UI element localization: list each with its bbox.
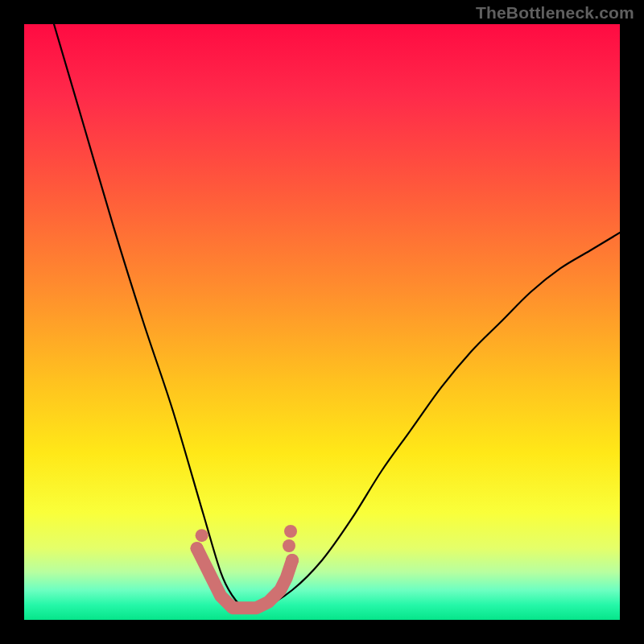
valley-marker-dot [191, 542, 204, 555]
chart-frame: TheBottleneck.com [0, 0, 644, 644]
valley-markers-group [191, 525, 299, 608]
valley-marker-dot [283, 539, 295, 552]
watermark-text: TheBottleneck.com [476, 3, 634, 23]
bottleneck-curve [54, 24, 620, 610]
valley-marker-dot [196, 529, 208, 542]
plot-area [24, 24, 620, 620]
valley-marker-dot [286, 554, 299, 567]
valley-sausage [197, 548, 292, 608]
valley-marker-dot [284, 525, 297, 538]
chart-svg [24, 24, 620, 620]
